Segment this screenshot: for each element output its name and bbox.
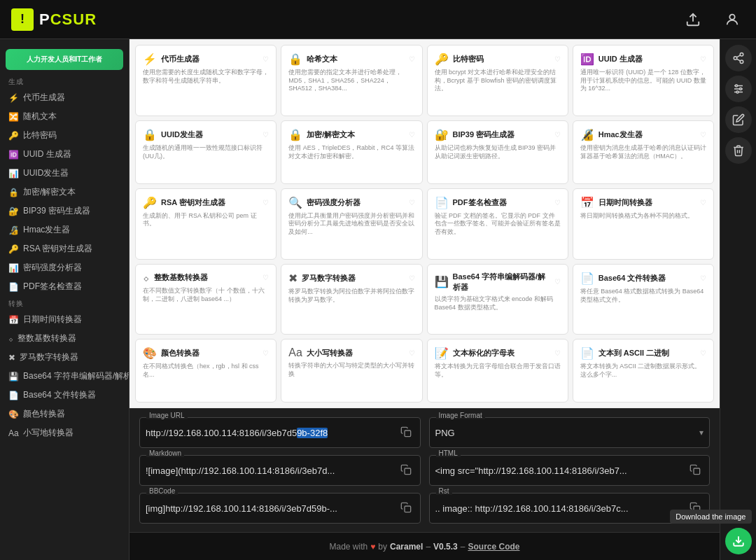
card-base64-str-desc: 以类字符为基础文字格式来 encode 和解码 Base64 数据类型格式。 (435, 295, 561, 312)
encrypt-icon: 🔒 (8, 188, 19, 197)
sidebar-item-uuid-gen[interactable]: 🆔 UUID 生成器 (0, 145, 129, 164)
base64-str-icon: 💾 (8, 372, 19, 382)
tool-card-ascii[interactable]: 📄 文本到 ASCII 二进制 ♡ 将文本转换为 ASCII 二进制数据展示形式… (573, 339, 714, 402)
sidebar-item-random-text[interactable]: 🔀 随机文本 (0, 107, 129, 126)
hmac-icon: 🔏 (8, 225, 19, 235)
card-hash-desc: 使用您需要的指定文本并进行哈希处理，MD5，SHA1，SHA256，SHA224… (288, 69, 414, 93)
roman-icon: ✖ (8, 353, 15, 363)
account-button[interactable] (720, 7, 745, 32)
sidebar-item-pdf[interactable]: 📄 PDF签名检查器 (0, 277, 129, 296)
image-format-wrap: PNG JPEG WEBP GIF BMP ▾ (429, 417, 710, 448)
card-password-fav: ♡ (409, 199, 415, 206)
header-right (680, 7, 745, 32)
fields-row-2: Markdown HTML (139, 455, 710, 486)
tool-card-color[interactable]: 🎨 颜色转换器 ♡ 在不同格式转换色（hex，rgb，hsl 和 css 名..… (135, 339, 276, 402)
footer: Made with ♥ by Caramel – V0.5.3 – Source… (130, 532, 720, 560)
tool-card-base-convert[interactable]: ⬦ 整数基数转换器 ♡ 在不同数值文字转换数字（十 个数值，十六 制，二进制，八… (135, 264, 276, 335)
svg-point-15 (735, 85, 737, 87)
sidebar-item-base-convert[interactable]: ⬦ 整数基数转换器 (0, 329, 129, 348)
delete-button[interactable] (725, 137, 752, 164)
tool-grid: ⚡ 代币生成器 ♡ 使用您需要的长度生成随机文字和数字字母，数字和符号生成随机字… (130, 39, 720, 408)
card-uuid-title: UUID 生成器 (598, 54, 643, 64)
card-hash-fav: ♡ (409, 55, 415, 63)
sidebar-item-token[interactable]: ⚡ 代币生成器 (0, 88, 129, 107)
tool-card-password[interactable]: 🔍 密码强度分析器 ♡ 使用此工具衡量用户密码强度并分析密码并和密码分析分工具最… (281, 188, 422, 260)
card-color-fav: ♡ (262, 349, 269, 357)
sidebar-item-rsa[interactable]: 🔑 RSA 密钥对生成器 (0, 239, 129, 258)
share-button[interactable] (725, 45, 752, 71)
sidebar-item-roman[interactable]: ✖ 罗马数字转换器 (0, 348, 129, 367)
tool-card-hash[interactable]: 🔒 哈希文本 ♡ 使用您需要的指定文本并进行哈希处理，MD5，SHA1，SHA2… (281, 45, 422, 116)
card-pdf-desc: 验证 PDF 文档的签名。它显示的 PDF 文件包含一些数字签名、可能并会验证所… (435, 212, 561, 237)
tool-card-base64-file[interactable]: 📄 Base64 文件转换器 ♡ 将任意 Base64 格式数据格式转换为 Ba… (573, 264, 714, 335)
card-uuid-desc: 通用唯一标识符 (UUID) 是一个 128 位数字，用于计算机系统中的信息。可… (580, 69, 706, 93)
sidebar-banner: 人力开发人员和IT工作者 (6, 49, 123, 70)
image-url-copy-button[interactable] (398, 425, 414, 441)
bbcode-input[interactable] (146, 503, 398, 514)
tool-card-hmac[interactable]: 🔏 Hmac发生器 ♡ 使用密钥为消息生成基于哈希的消息认证码计算器基于哈希算法… (573, 120, 714, 184)
download-button[interactable] (725, 528, 752, 554)
tool-card-token[interactable]: ⚡ 代币生成器 ♡ 使用您需要的长度生成随机文字和数字字母，数字和符号生成随机字… (135, 45, 276, 116)
sidebar-item-case[interactable]: Aa 小写地转换器 (0, 424, 129, 442)
card-base-convert-desc: 在不同数值文字转换数字（十 个数值，十六 制，二进制，八进制 base64 ..… (143, 287, 269, 303)
tool-card-pdf[interactable]: 📄 PDF签名检查器 ♡ 验证 PDF 文档的签名。它显示的 PDF 文件包含一… (427, 188, 568, 260)
image-format-select[interactable]: PNG JPEG WEBP GIF BMP (435, 428, 700, 438)
sidebar-item-bcrypt[interactable]: 🔑 比特密码 (0, 126, 129, 145)
card-hmac-icon: 🔏 (580, 128, 594, 141)
sidebar-item-bip39[interactable]: 🔐 BIP39 密码生成器 (0, 202, 129, 220)
card-case-desc: 转换字符串的大小写与特定类型的大小写并转换 (288, 362, 414, 378)
sidebar-item-encrypt[interactable]: 🔒 加密/解密文本 (0, 183, 129, 202)
rst-copy-button[interactable] (687, 500, 704, 517)
fields-row-3: BBCode Rst (139, 493, 710, 524)
sidebar-item-base64-file[interactable]: 📄 Base64 文件转换器 (0, 386, 129, 405)
settings-button[interactable] (725, 76, 752, 102)
tool-card-rsa[interactable]: 🔑 RSA 密钥对生成器 ♡ 生成新的、用于 RSA 私钥和公司 pem 证书。 (135, 188, 276, 260)
card-pdf-fav: ♡ (554, 199, 561, 206)
footer-by: by (378, 542, 387, 552)
sidebar-section-convert: 转换 (0, 296, 129, 310)
card-datetime-fav: ♡ (700, 199, 706, 206)
tool-card-uuid-gen[interactable]: 🔒 UUID发生器 ♡ 生成随机的通用唯一一致性规范接口标识符 (UU几)。 (135, 120, 276, 184)
markdown-input[interactable] (146, 465, 398, 476)
card-base64-str-fav: ♡ (554, 278, 561, 286)
rst-input[interactable] (435, 503, 687, 514)
sidebar-item-base64-str[interactable]: 💾 Base64 字符串编解码器/解析器 (0, 367, 129, 386)
markdown-copy-button[interactable] (398, 463, 414, 479)
sidebar-item-datetime[interactable]: 📅 日期时间转换器 (0, 310, 129, 329)
tool-card-bcrypt[interactable]: 🔑 比特密码 ♡ 使用 bcrypt 对文本进行哈希和处理安全的结构，Bcryp… (427, 45, 568, 116)
card-bip39-title: BIP39 密码生成器 (453, 130, 515, 140)
sidebar-item-uuid[interactable]: 📊 UUID发生器 (0, 164, 129, 183)
tool-card-encrypt[interactable]: 🔒 加密/解密文本 ♡ 使用 AES，TripleDES，Rabbit，RC4 … (281, 120, 422, 184)
svg-point-1 (729, 14, 734, 19)
tool-card-text-normalize[interactable]: 📝 文本标化的字母表 ♡ 将文本转换为元音字母组合联合用于发音口语等。 (427, 339, 568, 402)
token-icon: ⚡ (8, 93, 19, 103)
html-copy-button[interactable] (687, 463, 704, 479)
sidebar-item-password-strength[interactable]: 📊 密码强度分析器 (0, 258, 129, 277)
bcrypt-icon: 🔑 (8, 131, 19, 141)
card-rsa-title: RSA 密钥对生成器 (161, 197, 225, 208)
sidebar-item-hmac[interactable]: 🔏 Hmac发生器 (0, 220, 129, 239)
footer-source-code-link[interactable]: Source Code (468, 542, 519, 552)
card-bip39-desc: 从助记词也称为恢复短语生成 BIP39 密码并从助记词派生密钥路径。 (435, 144, 561, 160)
card-ascii-fav: ♡ (700, 349, 706, 357)
tool-card-base64-str[interactable]: 💾 Base64 字符串编解码器/解析器 ♡ 以类字符为基础文字格式来 enco… (427, 264, 568, 335)
footer-author-link[interactable]: Caramel (390, 542, 423, 552)
tool-card-datetime[interactable]: 📅 日期时间转换器 ♡ 将日期时间转换格式为各种不同的格式。 (573, 188, 714, 260)
card-datetime-title: 日期时间转换器 (598, 197, 652, 208)
card-token-desc: 使用您需要的长度生成随机文字和数字字母，数字和符号生成随机字符串。 (143, 69, 269, 85)
edit-button[interactable] (725, 106, 752, 133)
sidebar-item-color[interactable]: 🎨 颜色转换器 (0, 405, 129, 424)
tool-card-roman[interactable]: ✖ 罗马数字转换器 ♡ 将罗马数字转换为阿拉伯数字并将阿拉伯数字转换为罗马数字。 (281, 264, 422, 335)
footer-heart: ♥ (370, 542, 375, 552)
upload-button[interactable] (680, 7, 706, 32)
uuid-icon: 📊 (8, 169, 19, 178)
bbcode-group: BBCode (139, 493, 421, 524)
card-base64-file-fav: ♡ (700, 274, 706, 282)
bbcode-copy-button[interactable] (398, 500, 414, 517)
html-input[interactable] (435, 465, 687, 476)
base-convert-icon: ⬦ (8, 334, 13, 344)
tool-card-bip39[interactable]: 🔐 BIP39 密码生成器 ♡ 从助记词也称为恢复短语生成 BIP39 密码并从… (427, 120, 568, 184)
svg-line-11 (736, 55, 740, 57)
tool-card-case[interactable]: Aa 大小写转换器 ♡ 转换字符串的大小写与特定类型的大小写并转换 (281, 339, 422, 402)
tool-card-uuid[interactable]: 🆔 UUID 生成器 ♡ 通用唯一标识符 (UUID) 是一个 128 位数字，… (573, 45, 714, 116)
